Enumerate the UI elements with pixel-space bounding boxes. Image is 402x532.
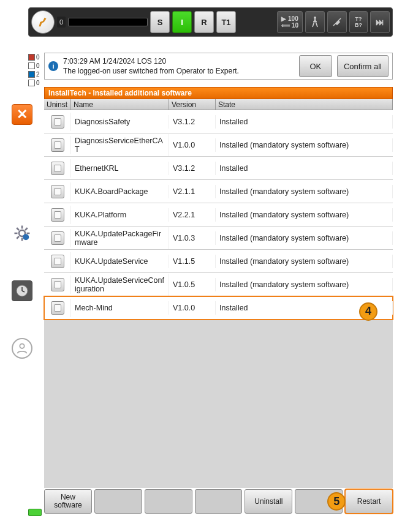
message-body: The logged-on user switched from Operato… — [63, 66, 294, 76]
col-state[interactable]: State — [216, 99, 393, 110]
uninst-checkbox[interactable] — [51, 255, 64, 268]
uninst-checkbox[interactable] — [51, 231, 64, 245]
row-name: KUKA.UpdateServiceConfiguration — [71, 274, 169, 296]
skip-button[interactable]: ⏭ — [370, 11, 390, 33]
restart-button[interactable]: Restart — [345, 489, 393, 514]
svg-point-10 — [23, 234, 29, 240]
gear-icon[interactable] — [12, 223, 32, 244]
base-label: B? — [355, 22, 362, 28]
svg-line-8 — [17, 236, 19, 239]
confirm-all-button[interactable]: Confirm all — [337, 55, 389, 77]
speed-button[interactable]: ▶ 100 ⟸ 10 — [277, 11, 303, 33]
table-body: DiagnosisSafetyV3.1.2InstalledDiagnosisS… — [44, 110, 393, 320]
row-version: V2.2.1 — [169, 208, 216, 222]
row-version: V3.1.2 — [169, 162, 216, 175]
col-version[interactable]: Version — [169, 99, 216, 110]
blank-button-4: 5 — [295, 489, 343, 514]
blank-button-1 — [94, 489, 142, 514]
status-box-1 — [28, 62, 35, 69]
row-name: KUKA.Platform — [71, 208, 169, 222]
table-row[interactable]: KUKA.PlatformV2.2.1Installed (mandatory … — [44, 203, 393, 227]
clock-icon[interactable] — [12, 280, 32, 301]
uninst-checkbox[interactable] — [51, 278, 64, 291]
new-software-label: Newsoftware — [54, 493, 82, 509]
row-version: V1.1.5 — [169, 255, 216, 268]
col-uninst[interactable]: Uninst — [44, 99, 71, 110]
status-count-2: 2 — [36, 71, 40, 78]
status-count-3: 0 — [36, 80, 40, 86]
speed-top: 100 — [288, 15, 298, 22]
uninst-checkbox[interactable] — [51, 115, 64, 129]
status-box-3 — [28, 80, 35, 86]
uninst-checkbox[interactable] — [51, 162, 64, 175]
left-icon-column: ✕ — [10, 104, 34, 359]
status-count-1: 0 — [36, 62, 40, 69]
table-row[interactable]: KUKA.UpdatePackageFirmwareV1.0.3Installe… — [44, 227, 393, 250]
row-state: Installed4 — [216, 301, 393, 315]
row-name: DiagnosisSafety — [71, 115, 169, 129]
table-row[interactable]: KUKA.BoardPackageV2.1.1Installed (mandat… — [44, 180, 393, 203]
status-box-info — [28, 71, 35, 78]
uninst-checkbox[interactable] — [51, 301, 64, 315]
left-status-strip: 0 0 2 0 — [28, 53, 44, 87]
plug-icon[interactable] — [327, 11, 347, 33]
blank-button-2 — [145, 489, 192, 514]
row-state: Installed — [216, 115, 393, 129]
row-name: DiagnosisServiceEtherCAT — [71, 134, 169, 156]
row-name: KUKA.BoardPackage — [71, 185, 169, 198]
svg-point-0 — [314, 17, 316, 19]
close-icon[interactable]: ✕ — [12, 104, 32, 125]
col-name[interactable]: Name — [71, 99, 169, 110]
info-icon: i — [48, 61, 58, 71]
svg-point-14 — [20, 344, 24, 348]
tool-base-button[interactable]: T? B? — [349, 11, 368, 33]
callout-5: 5 — [327, 492, 346, 511]
table-header: Uninst Name Version State — [44, 99, 393, 110]
table-row[interactable]: KUKA.UpdateServiceConfigurationV1.0.5Ins… — [44, 273, 393, 296]
row-state: Installed (mandatory system software) — [216, 255, 393, 268]
row-name: KUKA.UpdatePackageFirmware — [71, 227, 169, 249]
new-software-button[interactable]: Newsoftware — [44, 489, 92, 514]
robot-icon[interactable] — [31, 10, 55, 34]
walk-icon[interactable] — [305, 11, 325, 33]
uninstall-button[interactable]: Uninstall — [245, 489, 292, 514]
uninst-checkbox[interactable] — [51, 208, 64, 222]
table-row[interactable]: DiagnosisSafetyV3.1.2Installed — [44, 110, 393, 133]
user-icon[interactable] — [12, 338, 32, 359]
bottom-toolbar: Newsoftware Uninstall 5 Restart — [44, 489, 393, 514]
row-state: Installed — [216, 162, 393, 175]
mode-r-button[interactable]: R — [194, 11, 214, 33]
svg-line-9 — [25, 228, 28, 230]
ok-button[interactable]: OK — [299, 55, 332, 77]
status-count-0: 0 — [36, 54, 40, 61]
row-state: Installed (mandatory system software) — [216, 231, 393, 245]
message-timestamp: 7:03:29 AM 1/24/2024 LOS 120 — [63, 56, 294, 66]
row-state: Installed (mandatory system software) — [216, 208, 393, 222]
row-state: Installed (mandatory system software) — [216, 185, 393, 198]
battery-icon — [28, 509, 42, 516]
software-table: Uninst Name Version State DiagnosisSafet… — [44, 99, 393, 488]
speed-bot: 10 — [292, 22, 298, 29]
row-name: EthernetKRL — [71, 162, 169, 175]
counter-badge: 0 — [57, 17, 66, 28]
table-row[interactable]: Mech-MindV1.0.0Installed4 — [44, 296, 393, 320]
row-state: Installed (mandatory system software) — [216, 278, 393, 291]
blank-button-3 — [195, 489, 243, 514]
window-title: InstallTech - Installed additional softw… — [44, 87, 393, 99]
row-state: Installed (mandatory system software) — [216, 138, 393, 152]
message-bar: i 7:03:29 AM 1/24/2024 LOS 120 The logge… — [44, 53, 393, 80]
row-name: KUKA.UpdateService — [71, 255, 169, 268]
row-version: V2.1.1 — [169, 185, 216, 198]
table-row[interactable]: EthernetKRLV3.1.2Installed — [44, 157, 393, 180]
uninst-checkbox[interactable] — [51, 185, 64, 198]
mode-s-button[interactable]: S — [150, 11, 170, 33]
mode-i-button[interactable]: I — [172, 11, 192, 33]
uninst-checkbox[interactable] — [51, 138, 64, 152]
row-version: V1.0.3 — [169, 231, 216, 245]
status-box-error — [28, 54, 35, 61]
table-row[interactable]: KUKA.UpdateServiceV1.1.5Installed (manda… — [44, 250, 393, 273]
table-row[interactable]: DiagnosisServiceEtherCATV1.0.0Installed … — [44, 133, 393, 157]
mode-t1-button[interactable]: T1 — [216, 11, 236, 33]
message-text: 7:03:29 AM 1/24/2024 LOS 120 The logged-… — [63, 56, 294, 76]
row-name: Mech-Mind — [71, 301, 169, 315]
